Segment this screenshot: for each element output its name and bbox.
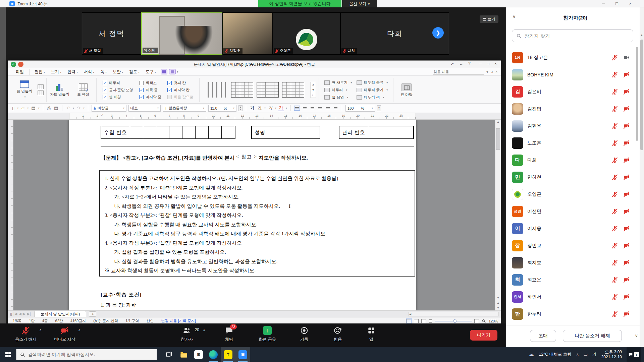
- table-toolbar-toggle-icon[interactable]: [169, 69, 176, 74]
- mic-muted-icon[interactable]: [611, 157, 618, 163]
- camera-off-icon[interactable]: [623, 259, 630, 266]
- ribbon-dropdown[interactable]: 테두리▾: [324, 87, 352, 93]
- view-options-button[interactable]: 옵션 보기∨: [342, 0, 377, 7]
- vertical-ruler[interactable]: [8, 120, 13, 310]
- participant-row[interactable]: 이 이지웅: [506, 220, 639, 237]
- menu-검토[interactable]: 검토▾: [126, 69, 143, 75]
- mic-muted-icon[interactable]: [611, 191, 618, 197]
- menu-보기[interactable]: 보기▾: [48, 69, 64, 75]
- participant-row[interactable]: 다 다희: [506, 152, 639, 169]
- mic-muted-icon[interactable]: [611, 208, 618, 215]
- tab-nav-first-icon[interactable]: |◀: [13, 312, 17, 316]
- ribbon-check[interactable]: ✓첫째 칸: [167, 80, 193, 85]
- start-video-button[interactable]: 비디오 시작 ∧: [46, 326, 83, 342]
- add-tab-button[interactable]: +: [89, 311, 96, 317]
- ribbon-check[interactable]: ✓제목 줄: [139, 87, 161, 93]
- table-create-button[interactable]: 표 만들기▾: [14, 80, 35, 99]
- participant-row[interactable]: 노조은: [506, 134, 639, 152]
- bold-button[interactable]: 가: [250, 105, 255, 111]
- ribbon-dropdown[interactable]: 테두리 색▾: [357, 95, 388, 100]
- invite-button[interactable]: 초대: [530, 330, 556, 342]
- collapse-icon[interactable]: ∧: [491, 70, 493, 74]
- zoom-slider-knob[interactable]: [453, 319, 457, 323]
- view-mode-fit-icon[interactable]: [421, 319, 426, 323]
- unmute-me-button[interactable]: 나만 음소거 해제: [563, 330, 622, 342]
- chevron-up-icon[interactable]: ∧: [576, 352, 579, 357]
- action-center-button[interactable]: 9: [627, 347, 641, 362]
- list-scrollbar-thumb[interactable]: [636, 47, 638, 141]
- zoom-in-icon[interactable]: [474, 319, 479, 323]
- align-center-button[interactable]: [310, 106, 315, 111]
- scroll-up-icon[interactable]: ▲: [640, 34, 643, 37]
- mic-muted-icon[interactable]: [611, 242, 618, 249]
- chevron-down-icon[interactable]: ∨: [635, 333, 638, 338]
- menu-입력[interactable]: 입력▾: [64, 69, 81, 75]
- exam-number-cell[interactable]: [143, 126, 156, 138]
- maximize-button[interactable]: □: [612, 1, 622, 7]
- participant-row[interactable]: 인서 하인서: [506, 288, 639, 305]
- exam-number-cell[interactable]: [169, 126, 182, 138]
- camera-off-icon[interactable]: [623, 106, 630, 112]
- chevron-up-icon[interactable]: ∧: [78, 328, 80, 332]
- participant-search-input[interactable]: [524, 33, 625, 39]
- document-vertical-scrollbar[interactable]: ▲ ▼ ▲ ▼: [495, 120, 501, 310]
- task-view-button[interactable]: [162, 347, 176, 362]
- bookmark-icon[interactable]: ▯: [10, 312, 12, 316]
- record-button[interactable]: 기록: [286, 326, 323, 342]
- mic-muted-icon[interactable]: [611, 123, 618, 129]
- exam-number-cell[interactable]: [156, 126, 169, 138]
- mic-muted-icon[interactable]: [611, 174, 618, 180]
- mic-muted-icon[interactable]: [611, 54, 618, 61]
- start-button[interactable]: [0, 347, 16, 362]
- close-find-icon[interactable]: ×: [495, 70, 497, 74]
- tab-nav-last-icon[interactable]: ▶|: [27, 312, 31, 316]
- video-tile-active-speaker[interactable]: 이 상민: [141, 12, 222, 55]
- participant-row[interactable]: 1정 18 정고은: [506, 49, 639, 66]
- camera-on-icon[interactable]: [623, 54, 630, 61]
- weather-text[interactable]: 12°C 대체로 흐림: [539, 352, 571, 357]
- menu-도구[interactable]: 도구▾: [143, 69, 159, 75]
- print-icon[interactable]: ⎙: [47, 106, 51, 111]
- ribbon-check[interactable]: ✓테두리: [103, 80, 133, 85]
- view-mode-wide-icon[interactable]: [414, 319, 419, 323]
- participant-row[interactable]: BOHYE KIM: [506, 66, 639, 83]
- exam-number-cell[interactable]: [222, 126, 235, 138]
- camera-off-icon[interactable]: [623, 123, 630, 129]
- ribbon-check[interactable]: ✓셀 배경: [103, 95, 133, 100]
- open-icon[interactable]: ▱: [20, 106, 25, 111]
- preview-icon[interactable]: ▤: [53, 106, 59, 111]
- find-input[interactable]: [433, 69, 484, 75]
- share-screen-button[interactable]: ↑ 화면 공유: [249, 326, 286, 342]
- video-tile[interactable]: 서 정덕 서 정덕: [82, 12, 141, 55]
- font-size-stepper[interactable]: ▲▼: [238, 105, 243, 111]
- participant-row[interactable]: 최 최효은: [506, 271, 639, 288]
- erase-table-icon[interactable]: [38, 90, 44, 95]
- exam-number-cell[interactable]: [182, 126, 196, 138]
- camera-off-icon[interactable]: [623, 225, 630, 232]
- camera-off-icon[interactable]: [623, 191, 630, 197]
- edge-button[interactable]: [206, 347, 221, 362]
- zoom-percent[interactable]: 120%: [489, 319, 498, 323]
- scroll-up-icon[interactable]: ▲: [495, 120, 501, 124]
- gallery-up-icon[interactable]: ▲: [312, 83, 315, 86]
- scroll-left-icon[interactable]: ◀: [409, 313, 411, 316]
- ribbon-dropdown[interactable]: 표 채우기▾: [324, 80, 352, 85]
- mic-muted-icon[interactable]: [611, 106, 618, 112]
- italic-button[interactable]: 가: [268, 105, 273, 111]
- font-combo[interactable]: T함초롬바탕▾: [163, 105, 206, 112]
- taskbar-clock[interactable]: 오후 3:092021-12-10: [601, 350, 622, 360]
- indent-marker[interactable]: ▽: [101, 113, 103, 117]
- paragraph-button[interactable]: [333, 106, 338, 111]
- draw-table-icon[interactable]: [38, 84, 44, 89]
- kakaotalk-button[interactable]: T: [221, 347, 235, 362]
- camera-off-icon[interactable]: [623, 277, 630, 283]
- camera-off-icon[interactable]: [623, 208, 630, 215]
- ribbon-check[interactable]: 회색조: [139, 80, 161, 85]
- participant-row[interactable]: 한 한누리: [506, 305, 639, 322]
- exam-number-cell[interactable]: [209, 126, 222, 138]
- participant-row[interactable]: 민 민하현: [506, 169, 639, 186]
- align-left-button[interactable]: [302, 106, 308, 111]
- close-button[interactable]: ×: [625, 1, 635, 7]
- next-participants-arrow-button[interactable]: ❯: [432, 27, 444, 39]
- exam-number-cell[interactable]: [130, 126, 143, 138]
